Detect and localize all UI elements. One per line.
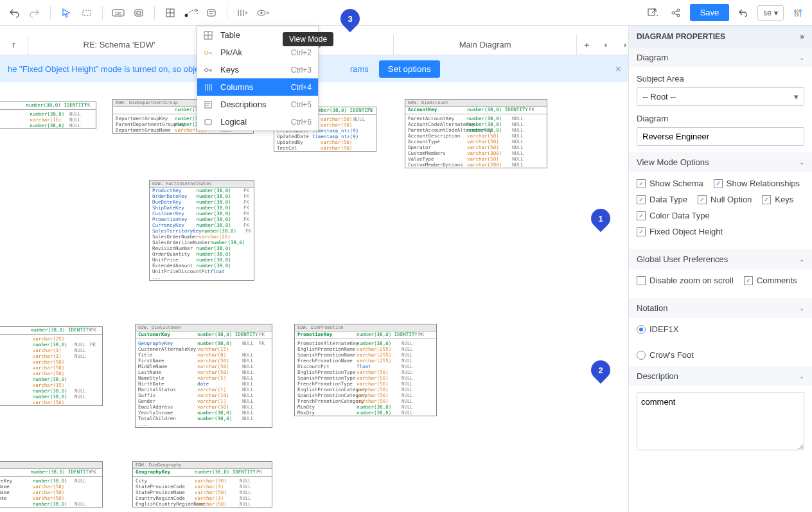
- subject-area-select[interactable]: -- Root --▾: [637, 87, 804, 106]
- svg-rect-0: [83, 10, 91, 15]
- svg-point-8: [185, 13, 188, 17]
- pointer-icon[interactable]: [57, 4, 75, 22]
- svg-point-18: [672, 12, 675, 14]
- zoom-100-icon[interactable]: 100: [109, 4, 127, 22]
- entity-left[interactable]: number(38,0) IDENTITYPKateKeyvarchar(25)…: [0, 326, 103, 406]
- viewmode-icon[interactable]: [254, 4, 272, 22]
- svg-rect-45: [205, 119, 211, 125]
- tab-add[interactable]: ＋: [577, 35, 596, 55]
- svg-point-26: [797, 13, 799, 15]
- chk-fixed-h[interactable]: ✓Fixed Object Height: [637, 227, 723, 236]
- tab-0[interactable]: r: [0, 35, 28, 55]
- entity-dimCustomer[interactable]: EDW. DimCustomerCustomerKeynumber(38,0) …: [135, 324, 272, 428]
- undo-icon[interactable]: [5, 4, 23, 22]
- entity-table[interactable]: number(38,0) IDENTITYPKnumber(38,0)NULLh…: [0, 102, 96, 129]
- subject-area-label: Subject Area: [637, 74, 804, 84]
- menu-logical[interactable]: LogicalCtrl+6: [197, 113, 318, 130]
- diagram-label: Diagram: [637, 114, 804, 123]
- tab-3[interactable]: Main Diagram: [394, 35, 577, 55]
- chk-keys[interactable]: ✓Keys: [762, 195, 793, 204]
- svg-line-22: [675, 13, 677, 15]
- collapse-icon[interactable]: »: [800, 32, 804, 41]
- reply-icon[interactable]: [734, 4, 752, 22]
- redo-icon[interactable]: [26, 4, 44, 22]
- svg-point-24: [795, 10, 797, 12]
- menu-descriptions[interactable]: DescriptionsCtrl+5: [197, 96, 318, 113]
- share-icon[interactable]: [667, 4, 685, 22]
- se-dropdown[interactable]: se▾: [757, 5, 784, 21]
- chk-data-type[interactable]: ✓Data Type: [637, 195, 687, 204]
- svg-rect-9: [207, 10, 215, 16]
- info-text: he "Fixed Object Height" mode is turned …: [8, 64, 222, 74]
- entity-dimGeography[interactable]: EDW. DimGeographyGeographyKeynumber(38,0…: [132, 461, 272, 508]
- table-icon[interactable]: [161, 4, 179, 22]
- menu-keys[interactable]: KeysCtrl+3: [197, 61, 318, 78]
- diagram-name-input[interactable]: [637, 127, 804, 146]
- radio-idef[interactable]: IDEF1X: [637, 324, 804, 334]
- logical-icon: [204, 118, 215, 127]
- svg-point-19: [677, 9, 680, 12]
- settings-icon[interactable]: [789, 4, 807, 22]
- tab-1[interactable]: RE: Schema 'EDW': [28, 35, 211, 55]
- properties-panel: DIAGRAM PROPERTIES» Diagram⌄ Subject Are…: [628, 26, 812, 512]
- section-diagram[interactable]: Diagram⌄: [629, 48, 812, 67]
- svg-point-20: [677, 14, 680, 17]
- viewmode-tooltip: View Mode: [283, 32, 333, 46]
- key-icon: [204, 66, 215, 75]
- entity-factInternetSales[interactable]: EDW. FactInternetSalesProductKeynumber(3…: [149, 180, 254, 281]
- close-icon[interactable]: ✕: [610, 64, 627, 74]
- section-description[interactable]: Description⌄: [629, 366, 812, 386]
- svg-point-32: [205, 51, 208, 54]
- entity-dimPromotion[interactable]: EDW. DimPromotionPromotionKeynumber(38,0…: [294, 324, 437, 416]
- chk-zoom[interactable]: Disable zoom on scroll: [637, 276, 734, 285]
- radio-crow[interactable]: Crow's Foot: [637, 350, 804, 360]
- info-link[interactable]: rams: [350, 64, 369, 74]
- chk-show-rel[interactable]: ✓Show Relationships: [714, 179, 800, 188]
- set-options-button[interactable]: Set options: [379, 60, 440, 78]
- chk-null-opt[interactable]: ✓Null Option: [698, 195, 752, 204]
- export-icon[interactable]: [644, 4, 662, 22]
- svg-text:100: 100: [115, 12, 122, 15]
- svg-rect-17: [648, 9, 655, 15]
- svg-rect-42: [205, 102, 211, 108]
- section-viewmode[interactable]: View Mode Options⌄: [629, 152, 812, 172]
- svg-rect-3: [135, 10, 143, 16]
- description-icon: [204, 100, 215, 109]
- chk-comments[interactable]: ✓Comments: [744, 276, 797, 285]
- svg-rect-4: [137, 12, 141, 14]
- svg-point-35: [205, 68, 208, 71]
- relationship-icon[interactable]: [182, 4, 200, 22]
- diagram-canvas[interactable]: number(38,0) IDENTITYPKnumber(38,0)NULLh…: [0, 82, 635, 512]
- menu-columns[interactable]: ColumnsCtrl+4: [197, 78, 318, 96]
- toolbar: 100 Save se▾: [0, 0, 812, 26]
- key-icon: [204, 48, 215, 57]
- section-gup[interactable]: Global User Preferences⌄: [629, 249, 812, 269]
- fit-icon[interactable]: [130, 4, 148, 22]
- chk-show-schema[interactable]: ✓Show Schema: [637, 179, 703, 188]
- svg-point-28: [800, 10, 802, 12]
- menu-pkak[interactable]: Pk/AkCtrl+2: [197, 44, 318, 61]
- align-icon[interactable]: [234, 4, 252, 22]
- table-icon: [204, 31, 215, 40]
- chk-color-dt[interactable]: ✓Color Data Type: [637, 211, 710, 220]
- section-notation[interactable]: Notation⌄: [629, 298, 812, 318]
- save-button[interactable]: Save: [690, 4, 730, 21]
- svg-line-21: [675, 11, 677, 12]
- entity-category[interactable]: ategorynumber(38,0) IDENTITYPKAlternateK…: [0, 461, 103, 508]
- tab-prev[interactable]: ‹: [596, 35, 615, 55]
- note-icon[interactable]: [202, 4, 220, 22]
- svg-point-16: [261, 12, 263, 13]
- description-textarea[interactable]: [637, 393, 804, 450]
- columns-icon: [204, 83, 215, 92]
- panel-title: DIAGRAM PROPERTIES»: [629, 26, 812, 48]
- entity-dimAccount[interactable]: EDW. DimAccountAccountKeynumber(38,0) ID…: [405, 99, 547, 168]
- marquee-icon[interactable]: [78, 4, 96, 22]
